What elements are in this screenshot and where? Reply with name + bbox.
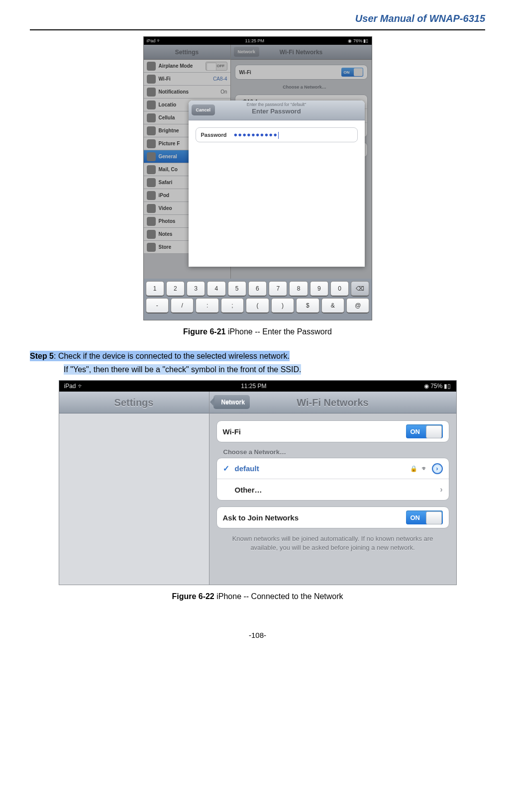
key[interactable]: 2 <box>166 281 185 296</box>
key[interactable]: ( <box>246 298 269 313</box>
key[interactable]: ⌫ <box>351 281 369 296</box>
row-icon <box>147 165 156 174</box>
row-label: Store <box>159 244 172 250</box>
key[interactable]: ) <box>271 298 294 313</box>
key[interactable]: & <box>321 298 344 313</box>
back-button[interactable]: Network <box>234 47 260 57</box>
sidebar-item[interactable]: Wi-FiCA8-4 <box>144 73 230 86</box>
hint-text: Known networks will be joined automatica… <box>216 534 449 552</box>
modal-header: Cancel Enter the password for "default" … <box>189 101 365 120</box>
key[interactable]: 1 <box>146 281 164 296</box>
ask-join-label: Ask to Join Networks <box>223 513 299 522</box>
figure-caption-2: Figure 6-22 iPhone -- Connected to the N… <box>30 592 485 601</box>
wifi-panel: Network Wi-Fi Networks Wi-Fi ON Choose a… <box>209 392 456 585</box>
network-row-other[interactable]: Other… › <box>217 479 449 500</box>
row-icon <box>147 113 156 122</box>
key[interactable]: ; <box>221 298 244 313</box>
row-label: Notifications <box>159 89 189 95</box>
settings-sidebar: Settings <box>59 392 209 585</box>
ask-join-toggle[interactable]: ON <box>406 510 443 524</box>
row-value: CA8-4 <box>213 76 227 82</box>
row-label: Airplane Mode <box>159 63 193 69</box>
back-button[interactable]: Network <box>213 395 250 409</box>
panel-header: Network Wi-Fi Networks <box>231 45 372 60</box>
lock-icon: 🔒 <box>410 465 417 472</box>
sidebar-item[interactable]: Airplane ModeOFF <box>144 60 230 73</box>
choose-network-label: Choose a Network… <box>238 85 372 90</box>
step-5-text: Step 5: Check if the device is connected… <box>30 349 485 376</box>
wifi-on-toggle[interactable]: ON <box>341 68 363 77</box>
screenshot-connected: iPad ᯤ 11:25 PM ◉ 75% ▮▯ Settings Networ… <box>59 380 457 585</box>
wifi-label: Wi-Fi <box>223 427 241 436</box>
key[interactable]: $ <box>296 298 319 313</box>
key[interactable]: 8 <box>289 281 308 296</box>
cancel-button[interactable]: Cancel <box>192 104 215 115</box>
sidebar-item[interactable]: NotificationsOn <box>144 86 230 99</box>
password-field[interactable]: Password ●●●●●●●●●● <box>196 127 358 142</box>
status-left: iPad ᯤ <box>147 38 162 43</box>
wifi-label: Wi-Fi <box>239 70 251 75</box>
panel-header: Network Wi-Fi Networks <box>209 392 456 413</box>
row-value: On <box>220 89 227 95</box>
page-number: -108- <box>30 631 485 639</box>
choose-network-label: Choose a Network… <box>223 448 449 456</box>
row-icon <box>147 126 156 135</box>
wifi-toggle-row[interactable]: Wi-Fi ON <box>235 65 367 79</box>
key[interactable]: 3 <box>187 281 205 296</box>
network-row-default[interactable]: ✓ default 🔒 ᯤ › <box>217 458 449 479</box>
wifi-icon: ᯤ <box>421 465 428 472</box>
key[interactable]: / <box>171 298 194 313</box>
row-label: General <box>159 154 177 159</box>
password-value: ●●●●●●●●●● <box>233 131 279 139</box>
row-label: Cellula <box>159 115 175 120</box>
panel-title: Wi-Fi Networks <box>297 397 368 408</box>
onscreen-keyboard: 1234567890⌫ -/:;()$&@ <box>144 279 372 320</box>
key[interactable]: 7 <box>269 281 287 296</box>
off-toggle[interactable]: OFF <box>206 62 227 71</box>
status-left: iPad ᯤ <box>64 383 84 390</box>
row-label: iPod <box>159 193 170 198</box>
row-icon <box>147 217 156 226</box>
row-icon <box>147 191 156 200</box>
sidebar-title: Settings <box>59 392 209 413</box>
row-label: Wi-Fi <box>159 76 171 82</box>
row-icon <box>147 101 156 109</box>
detail-icon[interactable]: › <box>432 463 443 474</box>
wifi-on-toggle[interactable]: ON <box>406 424 443 438</box>
row-icon <box>147 139 156 148</box>
row-icon <box>147 178 156 187</box>
key[interactable]: - <box>146 298 169 313</box>
key[interactable]: @ <box>346 298 369 313</box>
row-icon <box>147 204 156 213</box>
row-icon <box>147 62 156 71</box>
sidebar-title: Settings <box>144 45 230 60</box>
panel-title: Wi-Fi Networks <box>280 49 323 56</box>
status-time: 11:25 PM <box>245 38 264 43</box>
row-icon <box>147 230 156 239</box>
password-modal: Cancel Enter the password for "default" … <box>189 101 365 267</box>
wifi-toggle-row[interactable]: Wi-Fi ON <box>217 421 449 442</box>
row-label: Notes <box>159 231 173 237</box>
row-label: Safari <box>159 180 173 185</box>
key[interactable]: 6 <box>248 281 267 296</box>
row-icon <box>147 75 156 84</box>
key[interactable]: 4 <box>207 281 225 296</box>
row-label: Locatio <box>159 102 177 107</box>
status-bar: iPad ᯤ 11:25 PM ◉ 76% ▮▯ <box>144 37 372 45</box>
key[interactable]: 0 <box>330 281 349 296</box>
key[interactable]: 5 <box>228 281 246 296</box>
status-battery: ◉ 75% ▮▯ <box>424 383 451 390</box>
chevron-icon: › <box>440 485 442 494</box>
check-icon: ✓ <box>223 464 231 473</box>
network-name: default <box>235 464 259 473</box>
row-label: Photos <box>159 218 176 224</box>
row-label: Mail, Co <box>159 167 178 172</box>
row-icon <box>147 243 156 252</box>
ask-join-row[interactable]: Ask to Join Networks ON <box>217 507 449 528</box>
status-bar: iPad ᯤ 11:25 PM ◉ 75% ▮▯ <box>59 381 456 392</box>
status-time: 11:25 PM <box>241 383 266 390</box>
key[interactable]: : <box>196 298 218 313</box>
row-icon <box>147 152 156 161</box>
doc-header: User Manual of WNAP-6315 <box>30 10 485 30</box>
key[interactable]: 9 <box>310 281 328 296</box>
